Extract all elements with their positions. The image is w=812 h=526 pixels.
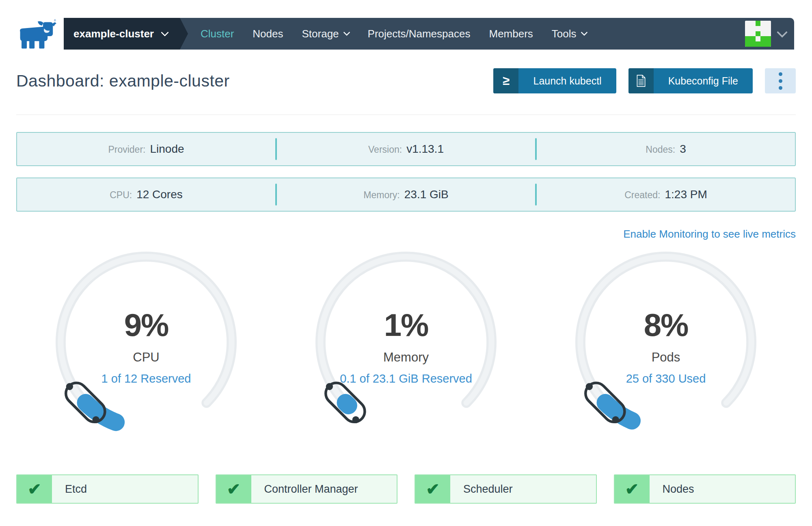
component-label: Nodes bbox=[650, 483, 694, 496]
gauges-row: 9%CPU1 of 12 Reserved1%Memory0.1 of 23.1… bbox=[16, 247, 796, 448]
info-value: 12 Cores bbox=[136, 188, 183, 201]
launch-kubectl-button[interactable]: ≥ Launch kubectl bbox=[493, 68, 616, 93]
nav-item-storage[interactable]: Storage bbox=[293, 18, 358, 50]
kebab-dot bbox=[779, 79, 782, 83]
main-nav: example-cluster ClusterNodesStorageProje… bbox=[64, 18, 794, 50]
chevron-down-icon bbox=[343, 29, 350, 36]
info-cell: Created:1:23 PM bbox=[537, 188, 795, 201]
rancher-logo[interactable]: ® bbox=[12, 18, 58, 50]
info-label: Nodes: bbox=[646, 144, 675, 155]
nav-items: ClusterNodesStorageProjects/NamespacesMe… bbox=[191, 18, 596, 50]
nav-item-label: Cluster bbox=[201, 28, 234, 40]
enable-monitoring-link[interactable]: Enable Monitoring to see live metrics bbox=[623, 228, 796, 240]
component-label: Scheduler bbox=[450, 483, 513, 496]
top-bar: ® example-cluster ClusterNodesStoragePro… bbox=[0, 18, 812, 50]
rancher-cow-icon: ® bbox=[12, 18, 58, 50]
info-cell: Memory:23.1 GiB bbox=[277, 188, 535, 201]
svg-text:®: ® bbox=[54, 19, 56, 22]
nav-item-nodes[interactable]: Nodes bbox=[243, 18, 292, 50]
page-title: Dashboard: example-cluster bbox=[16, 71, 230, 91]
component-status-nodes: ✔Nodes bbox=[614, 474, 796, 504]
nav-item-label: Nodes bbox=[253, 28, 283, 40]
info-value: 1:23 PM bbox=[665, 188, 707, 201]
gauge-cpu: 9%CPU1 of 12 Reserved bbox=[16, 247, 276, 448]
cluster-selector-arrow bbox=[180, 18, 188, 50]
nav-item-projects-namespaces[interactable]: Projects/Namespaces bbox=[358, 18, 480, 50]
check-icon: ✔ bbox=[415, 475, 450, 503]
gauge-memory: 1%Memory0.1 of 23.1 GiB Reserved bbox=[276, 247, 536, 448]
info-value: 3 bbox=[680, 143, 686, 156]
nav-item-label: Members bbox=[489, 28, 533, 40]
chevron-down-icon bbox=[161, 28, 169, 37]
component-label: Controller Manager bbox=[251, 483, 358, 496]
info-label: Created: bbox=[624, 190, 660, 201]
component-status-etcd: ✔Etcd bbox=[16, 474, 199, 504]
nav-right bbox=[745, 21, 794, 47]
info-cell: CPU:12 Cores bbox=[17, 188, 275, 201]
info-cell: Version:v1.13.1 bbox=[277, 143, 535, 156]
cluster-selector-label: example-cluster bbox=[73, 28, 154, 40]
monitoring-row: Enable Monitoring to see live metrics bbox=[16, 228, 796, 240]
kubeconfig-file-button[interactable]: Kubeconfig File bbox=[628, 68, 753, 93]
component-status-controller-manager: ✔Controller Manager bbox=[216, 474, 398, 504]
check-icon: ✔ bbox=[216, 475, 251, 503]
nav-item-tools[interactable]: Tools bbox=[542, 18, 596, 50]
cluster-selector[interactable]: example-cluster bbox=[64, 18, 180, 50]
info-label: CPU: bbox=[110, 190, 132, 201]
components-row: ✔Etcd✔Controller Manager✔Scheduler✔Nodes bbox=[16, 474, 796, 504]
title-row: Dashboard: example-cluster ≥ Launch kube… bbox=[16, 68, 796, 93]
nav-item-label: Storage bbox=[302, 28, 339, 40]
user-menu-chevron-icon[interactable] bbox=[777, 27, 788, 38]
gauge-arc bbox=[37, 247, 256, 448]
component-status-scheduler: ✔Scheduler bbox=[415, 474, 597, 504]
dashboard-main: Dashboard: example-cluster ≥ Launch kube… bbox=[0, 68, 812, 504]
info-value: Linode bbox=[150, 143, 184, 156]
info-label: Memory: bbox=[363, 190, 400, 201]
nav-item-members[interactable]: Members bbox=[479, 18, 542, 50]
info-cell: Provider:Linode bbox=[17, 143, 275, 156]
user-avatar[interactable] bbox=[745, 21, 771, 47]
kebab-dot bbox=[779, 86, 782, 90]
cluster-info-row-2: CPU:12 CoresMemory:23.1 GiBCreated:1:23 … bbox=[16, 177, 796, 212]
gauge-arc bbox=[296, 247, 516, 448]
file-icon bbox=[628, 68, 654, 93]
title-divider bbox=[16, 115, 796, 115]
nav-item-label: Projects/Namespaces bbox=[368, 28, 471, 40]
info-value: v1.13.1 bbox=[406, 143, 444, 156]
info-label: Version: bbox=[368, 144, 402, 155]
info-value: 23.1 GiB bbox=[404, 188, 449, 201]
nav-item-cluster[interactable]: Cluster bbox=[191, 18, 243, 50]
gauge-arc bbox=[556, 247, 775, 448]
cluster-info-row-1: Provider:LinodeVersion:v1.13.1Nodes:3 bbox=[16, 132, 796, 166]
kebab-dot bbox=[779, 72, 782, 76]
chevron-down-icon bbox=[581, 29, 587, 36]
header-actions: ≥ Launch kubectl Kubeconfig File bbox=[493, 68, 796, 93]
user-avatar-identicon bbox=[745, 21, 771, 47]
gauge-pods: 8%Pods25 of 330 Used bbox=[536, 247, 796, 448]
terminal-icon: ≥ bbox=[493, 68, 518, 93]
check-icon: ✔ bbox=[615, 475, 650, 503]
info-cell: Nodes:3 bbox=[537, 143, 795, 156]
component-label: Etcd bbox=[52, 483, 87, 496]
info-label: Provider: bbox=[108, 144, 145, 155]
more-actions-button[interactable] bbox=[765, 68, 796, 93]
nav-item-label: Tools bbox=[552, 28, 577, 40]
check-icon: ✔ bbox=[17, 475, 52, 503]
